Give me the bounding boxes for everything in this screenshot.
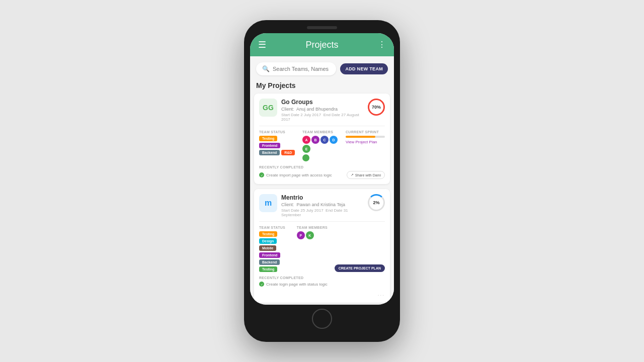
app-header: ☰ Projects ⋮ [250,33,394,56]
project-card-go-groups: GG Go Groups Client: Anuj and Bhupendra … [254,94,390,184]
add-new-team-button[interactable]: ADD NEW TEAM [340,63,388,74]
search-icon: 🔍 [262,65,270,72]
menu-icon[interactable]: ☰ [258,39,266,50]
avatar-2: B [311,136,319,144]
tag-rnd: R&D [281,150,295,155]
search-box: 🔍 [256,62,336,75]
share-label: Share with Dami [355,173,381,177]
mentrio-completed-task-name: Create login page with status logic [266,282,328,287]
divider [259,126,385,126]
client-label: Client [281,107,293,112]
team-status-section: TEAM STATUS Testing Frontend Backend R&D [259,130,298,161]
mentrio-members-section: TEAM MEMBERS P K [297,226,331,272]
tag-testing2-m: Testing [259,266,277,272]
tag-testing-m: Testing [259,231,277,237]
team-status-label: TEAM STATUS [259,130,298,134]
tag-testing: Testing [259,136,277,141]
avatar-4: D [330,136,338,144]
sprint-bar-fill [346,136,375,138]
project-client-mentrio: Client: Pawan and Kristina Teja [281,202,364,207]
project-card-mentrio: m Mentrio Client: Pawan and Kristina Tej… [254,189,390,303]
recently-completed-label: Recently Completed [259,165,385,169]
tag-backend: Backend [259,150,280,155]
share-icon: ↗ [351,173,354,177]
project-logo-mentrio: m [259,194,277,212]
project-info: Go Groups Client: Anuj and Bhupendra Sta… [281,99,364,122]
phone-screen: ☰ Projects ⋮ 🔍 ADD NEW TEAM My Projects … [250,33,394,305]
more-options-icon[interactable]: ⋮ [378,41,386,49]
tag-mobile-m: Mobile [259,245,276,251]
main-content: 🔍 ADD NEW TEAM My Projects GG Go Groups … [250,56,394,305]
mentrio-avatar-1: P [297,231,305,239]
card-bottom: ✓ Create import page with access logic ↗… [259,171,385,179]
team-members-label: TEAM MEMBERS [302,130,342,134]
status-dot [302,154,309,161]
mentrio-status-section: TEAM STATUS Testing Design Mobile Fronte… [259,226,293,272]
check-circle-mentrio: ✓ [259,282,264,287]
avatar-row: A B C D E [302,136,342,153]
project-name: Go Groups [281,99,364,106]
project-dates: Start Date 2 July 2017 End Date 27 Augus… [281,113,364,122]
avatar-5: E [302,145,310,153]
project-dates-mentrio: Start Date 25 July 2017 End Date 31 Sept… [281,208,364,217]
mentrio-tags: Testing Design Mobile [259,231,293,251]
check-circle: ✓ [259,172,264,177]
sprint-label: CURRENT SPRINT [346,130,385,134]
project-meta-row: TEAM STATUS Testing Frontend Backend R&D… [259,130,385,161]
phone-speaker [307,26,337,29]
tag-design-m: Design [259,238,277,244]
client-value: Anuj and Bhupendra [296,107,338,112]
mentrio-members-label: TEAM MEMBERS [297,226,331,229]
mentrio-status-label: TEAM STATUS [259,226,293,229]
mentrio-avatar-row: P K [297,231,331,239]
divider-mentrio [259,221,385,222]
view-project-plan-link[interactable]: View Project Plan [346,140,385,144]
mentrio-meta-row: TEAM STATUS Testing Design Mobile Fronte… [259,226,385,272]
project-logo-go-groups: GG [259,99,277,117]
status-tags: Testing Frontend Backend R&D [259,136,298,155]
phone-frame: ☰ Projects ⋮ 🔍 ADD NEW TEAM My Projects … [244,20,400,342]
create-project-plan-button[interactable]: CREATE PROJECT PLAN [335,264,385,272]
project-info-mentrio: Mentrio Client: Pawan and Kristina Teja … [281,194,364,217]
sprint-bar [346,136,385,138]
project-header: GG Go Groups Client: Anuj and Bhupendra … [259,99,385,122]
share-button[interactable]: ↗ Share with Dami [347,171,385,179]
my-projects-title: My Projects [250,79,394,94]
completed-task-name: Create import page with access logic [266,173,332,177]
mentrio-avatar-2: K [306,231,314,239]
completed-task: ✓ Create import page with access logic [259,172,332,177]
avatar-3: C [320,136,329,144]
team-members-section: TEAM MEMBERS A B C D E [302,130,342,161]
mentrio-recently-completed-label: Recently Completed [259,276,385,280]
mentrio-tags-2: Frontend Backend Testing [259,252,293,272]
header-title: Projects [305,40,338,50]
current-sprint-section: CURRENT SPRINT View Project Plan [346,130,385,161]
tag-frontend: Frontend [259,143,280,148]
project-percent-mentrio: 2% [368,194,385,211]
project-percent: 70% [368,99,385,116]
search-area: 🔍 ADD NEW TEAM [250,56,394,79]
avatar-1: A [302,136,310,144]
create-plan-area: CREATE PROJECT PLAN [335,226,385,272]
tag-backend-m: Backend [259,259,280,265]
phone-home-button[interactable] [312,309,332,329]
project-name-mentrio: Mentrio [281,194,364,201]
project-header-mentrio: m Mentrio Client: Pawan and Kristina Tej… [259,194,385,217]
more-dots: ... [378,291,385,297]
tag-frontend-m: Frontend [259,252,280,258]
project-client: Client: Anuj and Bhupendra [281,107,364,112]
search-input[interactable] [273,66,330,72]
mentrio-completed-task: ✓ Create login page with status logic [259,282,385,287]
